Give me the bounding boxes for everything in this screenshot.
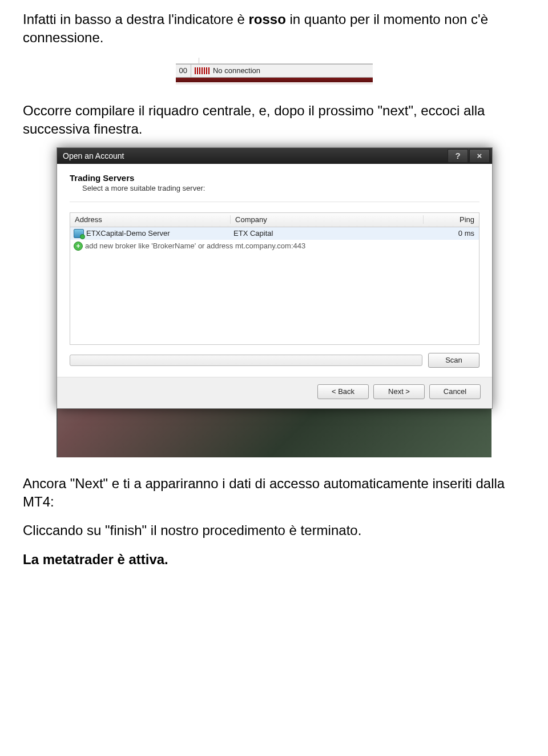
close-button[interactable]: ×	[469, 149, 490, 163]
col-company[interactable]: Company	[231, 215, 424, 224]
col-ping[interactable]: Ping	[424, 215, 479, 224]
signal-icon	[195, 67, 209, 74]
scan-progress	[70, 355, 422, 366]
status-connection-cell: No connection	[191, 65, 264, 77]
open-account-dialog: Open an Account ? × Trading Servers Sele…	[57, 147, 493, 409]
status-text: No connection	[213, 66, 260, 75]
cancel-button[interactable]: Cancel	[429, 384, 481, 399]
server-ping: 0 ms	[421, 229, 479, 238]
paragraph-4: Cliccando su "finish" il nostro procedim…	[23, 521, 525, 540]
paragraph-5: La metatrader è attiva.	[23, 550, 525, 569]
server-company: ETX Capital	[229, 229, 421, 238]
dialog-subheading: Select a more suitable trading server:	[82, 184, 480, 192]
dialog-title: Open an Account	[63, 151, 124, 160]
server-grid[interactable]: Address Company Ping ETXCapital-Demo Ser…	[70, 212, 480, 345]
server-row[interactable]: ETXCapital-Demo Server ETX Capital 0 ms	[70, 227, 479, 240]
dialog-screenshot: Open an Account ? × Trading Servers Sele…	[57, 149, 491, 457]
col-address[interactable]: Address	[70, 215, 231, 224]
server-icon	[74, 229, 84, 238]
add-broker-row[interactable]: + add new broker like 'BrokerName' or ad…	[70, 240, 479, 252]
dialog-heading: Trading Servers	[70, 173, 480, 183]
add-icon: +	[74, 242, 83, 251]
dialog-footer: < Back Next > Cancel	[57, 377, 492, 408]
statusbar-screenshot: 00 No connection	[176, 58, 373, 85]
help-button[interactable]: ?	[448, 149, 468, 163]
add-broker-placeholder: add new broker like 'BrokerName' or addr…	[85, 242, 305, 250]
next-button[interactable]: Next >	[373, 384, 425, 399]
p1-rosso: rosso	[248, 11, 285, 27]
paragraph-3: Ancora "Next" e ti a appariranno i dati …	[23, 474, 525, 512]
back-button[interactable]: < Back	[317, 384, 369, 399]
server-address: ETXCapital-Demo Server	[86, 229, 170, 238]
paragraph-2: Occorre compilare il riquadro centrale, …	[23, 102, 525, 139]
status-value: 00	[176, 65, 191, 77]
dialog-titlebar: Open an Account ? ×	[57, 148, 492, 164]
p1-part-a: Infatti in basso a destra l'indicatore è	[23, 11, 248, 27]
grid-header: Address Company Ping	[70, 213, 479, 227]
scan-button[interactable]: Scan	[428, 353, 480, 368]
paragraph-1: Infatti in basso a destra l'indicatore è…	[23, 10, 525, 47]
